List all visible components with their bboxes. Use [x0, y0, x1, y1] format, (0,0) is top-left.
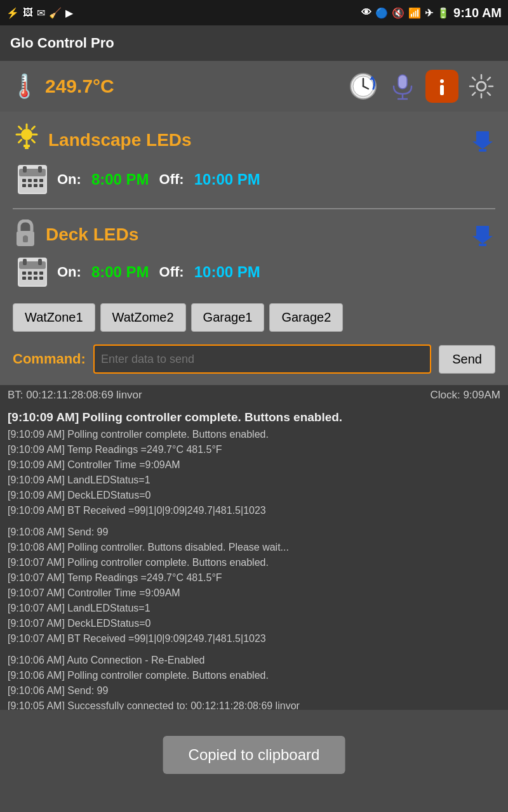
deck-lock-icon: [13, 219, 38, 250]
svg-rect-47: [28, 272, 32, 275]
info-svg: [429, 74, 455, 99]
title-bar: Glo Control Pro: [0, 25, 508, 61]
deck-off-time: 10:00 PM: [194, 263, 260, 281]
log-line: [9:10:07 AM] DeckLEDStatus=0: [8, 616, 500, 631]
landscape-off-label: Off:: [159, 171, 184, 188]
mail-icon: ✉: [37, 7, 45, 19]
status-strip: BT: 00:12:11:28:08:69 linvor Clock: 9:09…: [0, 385, 508, 405]
deck-on-time: 8:00 PM: [91, 263, 149, 281]
log-line: [9:10:07 AM] BT Received =99|1|0|9:09|24…: [8, 631, 500, 646]
log-spacer: [8, 646, 500, 653]
landscape-off-time: 10:00 PM: [194, 171, 260, 188]
svg-rect-49: [39, 272, 43, 275]
svg-rect-53: [39, 277, 43, 280]
svg-rect-46: [22, 272, 26, 275]
svg-marker-40: [472, 226, 493, 244]
landscape-download-icon[interactable]: [470, 126, 495, 154]
landscape-led-icon: [13, 123, 41, 157]
command-row: Command: Send: [0, 339, 508, 379]
log-line: [9:10:07 AM] Temp Readings =249.7°C 481.…: [8, 570, 500, 586]
deck-title: Deck LEDs: [46, 225, 462, 245]
svg-rect-32: [39, 179, 43, 182]
log-line: [9:10:09 AM] Controller Time =9:09AM: [8, 457, 500, 473]
clock-svg: [348, 71, 378, 102]
deck-schedule-row: On: 8:00 PM Off: 10:00 PM: [13, 254, 495, 291]
clipboard-toast: Copied to clipboard: [163, 736, 345, 774]
usb-icon: ⚡: [6, 7, 19, 19]
landscape-schedule-row: On: 8:00 PM Off: 10:00 PM: [13, 161, 495, 198]
landscape-on-label: On:: [57, 171, 81, 188]
main-content: Landscape LEDs: [0, 112, 508, 385]
microphone-icon[interactable]: [386, 70, 419, 103]
landscape-calendar-icon: [18, 165, 47, 194]
play-icon: ▶: [65, 7, 73, 19]
svg-rect-22: [25, 147, 29, 149]
svg-rect-28: [38, 166, 42, 173]
svg-rect-21: [23, 145, 30, 147]
status-bar: ⚡ 🖼 ✉ 🧹 ▶ 👁 🔵 🔇 📶 ✈ 🔋 9:10 AM: [0, 0, 508, 25]
svg-rect-52: [34, 277, 37, 280]
clock-refresh-icon[interactable]: [347, 70, 380, 103]
svg-rect-27: [23, 166, 27, 173]
settings-icon[interactable]: [465, 70, 498, 103]
log-line: [9:10:08 AM] Send: 99: [8, 525, 500, 540]
log-spacer: [8, 518, 500, 525]
bluetooth-icon: 🔵: [375, 7, 388, 19]
svg-rect-44: [23, 259, 27, 265]
log-line: [9:10:06 AM] Polling controller complete…: [8, 668, 500, 683]
clock-status: Clock: 9:09AM: [430, 389, 500, 402]
watzone2-button[interactable]: WatZome2: [100, 303, 186, 332]
svg-line-17: [19, 127, 22, 129]
status-time: 9:10 AM: [453, 6, 502, 20]
garage1-button[interactable]: Garage1: [191, 303, 265, 332]
svg-point-39: [23, 235, 27, 239]
gear-svg: [466, 71, 497, 102]
send-button[interactable]: Send: [439, 345, 495, 374]
log-line: [9:10:05 AM] Successfully connected to: …: [8, 698, 500, 710]
log-line: [9:10:07 AM] Polling controller complete…: [8, 555, 500, 570]
watzone1-button[interactable]: WatZone1: [13, 303, 95, 332]
log-line: [9:10:09 AM] LandLEDStatus=1: [8, 473, 500, 488]
landscape-title-row: Landscape LEDs: [13, 123, 495, 157]
log-highlight: [9:10:09 AM] Polling controller complete…: [8, 410, 500, 424]
svg-rect-9: [440, 85, 444, 95]
log-area[interactable]: [9:10:09 AM] Polling controller complete…: [0, 405, 508, 710]
command-label: Command:: [13, 351, 86, 367]
command-input[interactable]: [93, 344, 431, 374]
header: 🌡️ 249.7°C: [0, 61, 508, 112]
temperature-section: 🌡️ 249.7°C: [10, 73, 114, 100]
log-line: [9:10:08 AM] Polling controller. Buttons…: [8, 540, 500, 555]
svg-rect-31: [34, 179, 37, 182]
status-left-icons: ⚡ 🖼 ✉ 🧹 ▶: [6, 7, 73, 19]
thermometer-icon: 🌡️: [10, 73, 39, 100]
header-icons: [347, 70, 498, 103]
log-line: [9:10:07 AM] LandLEDStatus=1: [8, 601, 500, 616]
bt-status: BT: 00:12:11:28:08:69 linvor: [8, 389, 142, 402]
svg-marker-23: [472, 131, 493, 149]
svg-rect-29: [22, 179, 26, 182]
mic-svg: [387, 71, 418, 102]
garage2-button[interactable]: Garage2: [269, 303, 343, 332]
deck-title-row: Deck LEDs: [13, 219, 495, 250]
log-line: [9:10:09 AM] DeckLEDStatus=0: [8, 488, 500, 503]
svg-rect-45: [38, 259, 42, 265]
toast-message: Copied to clipboard: [189, 746, 320, 763]
svg-rect-51: [28, 277, 32, 280]
svg-rect-33: [22, 184, 26, 187]
info-icon[interactable]: [425, 70, 458, 103]
landscape-on-time: 8:00 PM: [91, 171, 149, 188]
zone-buttons-row: WatZone1 WatZome2 Garage1 Garage2: [0, 296, 508, 339]
log-line: [9:10:07 AM] Controller Time =9:09AM: [8, 586, 500, 601]
landscape-title: Landscape LEDs: [48, 130, 462, 150]
deck-download-icon[interactable]: [470, 221, 495, 249]
svg-line-18: [32, 140, 34, 142]
wifi-icon: 📶: [408, 7, 421, 19]
app-title: Glo Control Pro: [10, 35, 114, 51]
svg-rect-48: [34, 272, 37, 275]
svg-point-8: [440, 79, 444, 83]
broom-icon: 🧹: [49, 7, 62, 19]
deck-off-label: Off:: [159, 264, 184, 280]
svg-point-11: [477, 82, 486, 91]
log-line: [9:10:09 AM] Temp Readings =249.7°C 481.…: [8, 442, 500, 457]
image-icon: 🖼: [23, 7, 33, 18]
